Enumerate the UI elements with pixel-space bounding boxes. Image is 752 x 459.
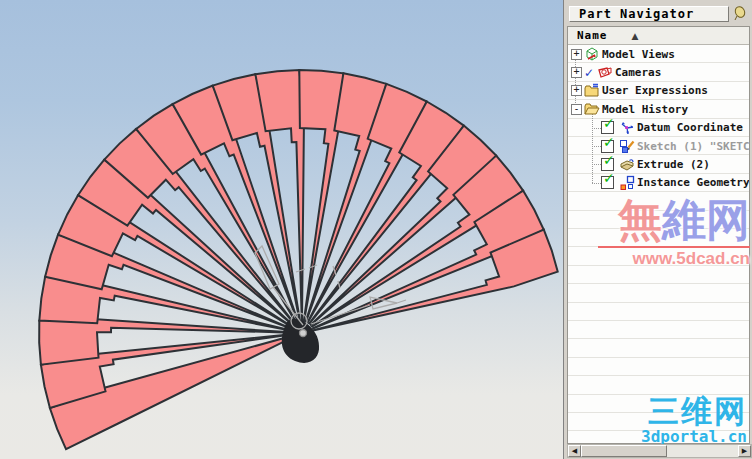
scroll-left-arrow-icon[interactable]: ◀ [568,445,581,457]
camera-icon [597,65,613,81]
tree-item-label: User Expressions [602,84,708,97]
open-folder-icon [584,101,600,117]
fan-blade [299,70,343,321]
feature-checkbox[interactable]: ✓ [601,140,614,153]
tree-item-extrude[interactable]: ✓ Extrude (2) [568,155,749,173]
panel-titlebar: Part Navigator [564,0,752,26]
camera-view-check-icon: ✓ [584,66,593,80]
tree-item-label: Sketch (1) "SKETC [637,140,750,153]
tree-item-sketch[interactable]: ✓ Sketch (1) "SKETC [568,137,749,155]
application-window: Part Navigator Name ▲ + [0,0,752,459]
sort-ascending-icon[interactable]: ▲ [632,31,639,41]
collapse-toggle-icon[interactable]: - [571,104,582,115]
navigator-tree: Name ▲ + Mode [567,26,750,444]
tree-item-label: Model Views [602,48,675,61]
datum-csys-icon [619,120,635,136]
extrude-icon [619,157,635,173]
instance-geometry-icon [619,175,635,191]
tree-item-label: Instance Geometry [637,176,750,189]
tree-item-instance-geometry[interactable]: ✓ Instance Geometry [568,174,749,192]
horizontal-scrollbar[interactable]: ◀ ▶ [567,444,752,458]
tree-item-model-views[interactable]: + Model Views [568,45,749,63]
scrollbar-thumb[interactable] [581,445,667,457]
expand-toggle-icon[interactable]: + [571,85,582,96]
feature-checkbox[interactable]: ✓ [601,158,614,171]
tree-item-label: Model History [602,103,688,116]
pushpin-icon[interactable] [732,5,748,21]
model-views-icon [584,46,600,62]
fan-blades [39,70,558,449]
tree-item-label: Extrude (2) [637,158,710,171]
sketch-icon [619,138,635,154]
tree-rows: + Model Views + ✓ [568,45,749,443]
tree-item-model-history[interactable]: - Model History [568,100,749,118]
panel-title: Part Navigator [579,7,694,21]
tree-item-label: Cameras [615,66,661,79]
feature-checkbox[interactable]: ✓ [601,121,614,134]
graphics-viewport[interactable] [0,0,563,459]
expand-toggle-icon[interactable]: + [571,67,582,78]
expressions-folder-icon [584,83,600,99]
tree-item-label: Datum Coordinate [637,121,743,134]
scroll-right-arrow-icon[interactable]: ▶ [738,445,751,457]
tree-item-datum-coordinate[interactable]: ✓ Datum Coordinate [568,119,749,137]
name-header-label: Name [577,29,608,42]
part-navigator-panel: Part Navigator Name ▲ + [563,0,752,459]
tree-item-user-expressions[interactable]: + User Expressions [568,82,749,100]
hub-rivet [300,330,307,337]
expand-toggle-icon[interactable]: + [571,49,582,60]
panel-title-button[interactable]: Part Navigator [569,6,729,22]
name-column-header[interactable]: Name ▲ [568,27,749,45]
fan-svg [0,0,563,459]
feature-checkbox[interactable]: ✓ [601,176,614,189]
tree-item-cameras[interactable]: + ✓ Cameras [568,63,749,81]
